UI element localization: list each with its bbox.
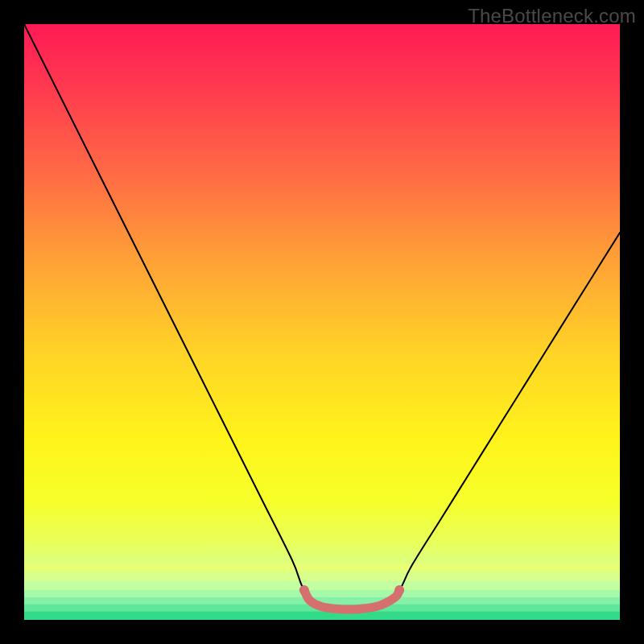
gradient-band	[24, 581, 620, 590]
gradient-band	[24, 612, 620, 620]
gradient-band	[24, 572, 620, 581]
chart-frame: TheBottleneck.com	[0, 0, 644, 644]
gradient-band	[24, 590, 620, 597]
gradient-band	[24, 564, 620, 572]
highlight-endpoint	[299, 585, 309, 595]
highlight-endpoint	[394, 585, 404, 595]
chart-svg	[24, 24, 620, 620]
watermark-text: TheBottleneck.com	[468, 5, 636, 27]
gradient-background	[24, 24, 620, 620]
plot-area	[24, 24, 620, 620]
